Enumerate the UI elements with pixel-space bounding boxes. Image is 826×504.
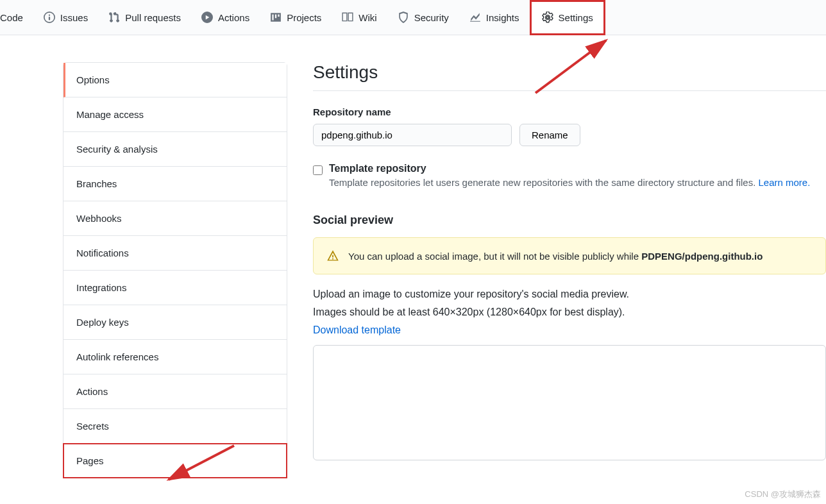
flash-repo-name: PDPENG/pdpeng.github.io	[641, 251, 763, 262]
tab-security-label: Security	[414, 12, 449, 23]
tab-projects-label: Projects	[287, 12, 321, 23]
sidebar-item-deploy-keys[interactable]: Deploy keys	[63, 305, 287, 340]
sidebar-item-manage-access[interactable]: Manage access	[63, 97, 287, 132]
sidebar-item-branches[interactable]: Branches	[63, 167, 287, 201]
settings-content: Settings Repository name Rename Template…	[313, 62, 826, 478]
sidebar-item-secrets[interactable]: Secrets	[63, 409, 287, 444]
settings-sidebar: Options Manage access Security & analysi…	[63, 62, 287, 478]
tab-code[interactable]: Code	[0, 0, 33, 35]
tab-security[interactable]: Security	[387, 0, 459, 35]
sidebar-item-actions[interactable]: Actions	[63, 374, 287, 409]
book-icon	[342, 12, 353, 23]
template-checkbox[interactable]	[313, 165, 323, 175]
tab-actions-label: Actions	[218, 12, 249, 23]
social-preview-title: Social preview	[313, 214, 826, 227]
sidebar-item-pages[interactable]: Pages	[63, 444, 287, 478]
project-icon	[270, 12, 282, 23]
shield-icon	[398, 12, 409, 23]
alert-icon	[326, 249, 339, 262]
tab-projects[interactable]: Projects	[260, 0, 332, 35]
issue-icon	[44, 12, 55, 23]
repo-name-input[interactable]	[313, 124, 512, 146]
tab-issues[interactable]: Issues	[33, 0, 98, 35]
main-layout: Options Manage access Security & analysi…	[0, 35, 826, 478]
sidebar-item-webhooks[interactable]: Webhooks	[63, 201, 287, 236]
play-icon	[201, 12, 213, 23]
tab-pullrequests[interactable]: Pull requests	[98, 0, 191, 35]
tab-actions[interactable]: Actions	[191, 0, 260, 35]
sidebar-item-options[interactable]: Options	[63, 63, 287, 97]
page-title: Settings	[313, 62, 826, 91]
tab-wiki[interactable]: Wiki	[332, 0, 387, 35]
upload-desc-2: Images should be at least 640×320px (128…	[313, 307, 826, 318]
tab-settings-label: Settings	[559, 12, 593, 23]
tab-code-label: Code	[0, 12, 23, 23]
rename-button[interactable]: Rename	[519, 124, 580, 146]
pr-icon	[108, 12, 120, 23]
social-preview-upload-box[interactable]	[313, 345, 826, 460]
repo-nav: Code Issues Pull requests Actions Projec…	[0, 0, 826, 35]
sidebar-item-notifications[interactable]: Notifications	[63, 236, 287, 271]
sidebar-item-autolink[interactable]: Autolink references	[63, 340, 287, 374]
watermark: CSDN @攻城狮杰森	[745, 489, 821, 500]
template-label: Template repository	[329, 163, 810, 174]
sidebar-item-integrations[interactable]: Integrations	[63, 271, 287, 305]
upload-desc-1: Upload an image to customize your reposi…	[313, 289, 826, 300]
flash-warning: You can upload a social image, but it wi…	[313, 237, 826, 274]
tab-insights-label: Insights	[486, 12, 519, 23]
sidebar-item-security-analysis[interactable]: Security & analysis	[63, 132, 287, 167]
tab-settings[interactable]: Settings	[530, 0, 605, 35]
repo-name-label: Repository name	[313, 106, 826, 117]
tab-insights[interactable]: Insights	[459, 0, 530, 35]
graph-icon	[469, 12, 481, 23]
tab-wiki-label: Wiki	[358, 12, 376, 23]
learn-more-link[interactable]: Learn more.	[758, 177, 810, 188]
download-template-link[interactable]: Download template	[313, 324, 401, 335]
template-desc: Template repositories let users generate…	[329, 177, 810, 188]
tab-issues-label: Issues	[60, 12, 88, 23]
tab-pr-label: Pull requests	[125, 12, 181, 23]
gear-icon	[542, 12, 553, 23]
